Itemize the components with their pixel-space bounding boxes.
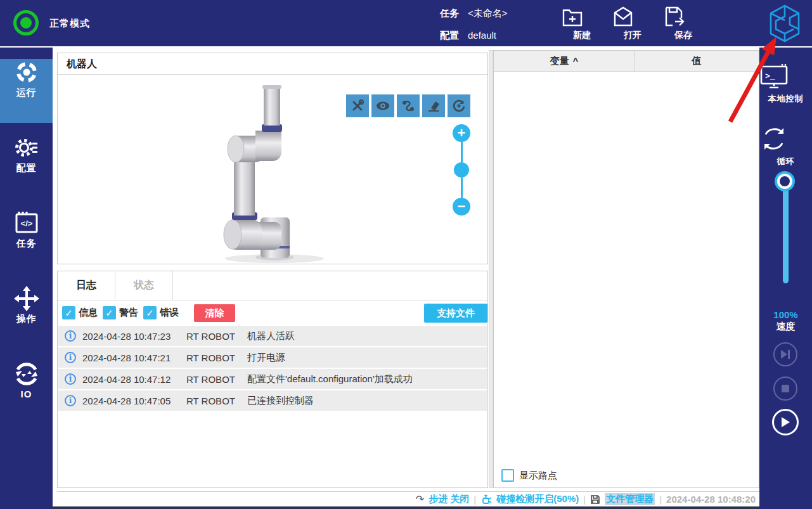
app-logo-icon[interactable] <box>767 4 802 43</box>
show-waypoints-checkbox[interactable] <box>501 469 514 482</box>
status-bar: ↷ 步进 关闭 | 碰撞检测开启(50%) | 文件管理器 | 2024-04-… <box>57 491 759 506</box>
info-glyph: i <box>69 332 72 340</box>
tools-icon[interactable] <box>346 94 369 117</box>
file-manager-link[interactable]: 文件管理器 <box>605 493 655 505</box>
variable-column-header[interactable]: 变量 ^ <box>494 51 635 71</box>
log-message: 机器人活跃 <box>247 330 295 342</box>
open-button-label: 打开 <box>610 30 655 41</box>
divider: | <box>659 494 662 505</box>
speed-slider-handle[interactable] <box>777 174 792 189</box>
top-bar: 正常模式 任务<未命名> 配置default 新建 打开 <box>0 0 812 46</box>
open-button[interactable]: 打开 <box>610 5 655 43</box>
log-row[interactable]: i 2024-04-28 10:47:23 RT ROBOT 机器人活跃 <box>58 326 487 346</box>
log-time: 2024-04-28 10:47:12 <box>82 374 171 385</box>
config-row: 配置default <box>440 30 496 42</box>
step-status[interactable]: 步进 关闭 <box>429 493 469 505</box>
open-envelope-icon <box>610 5 655 28</box>
save-button-label: 保存 <box>661 30 706 41</box>
new-file-icon <box>560 5 604 28</box>
speed-value: 100% <box>759 309 812 320</box>
error-filter-label: 错误 <box>160 307 179 319</box>
clear-log-button[interactable]: 清除 <box>194 304 235 322</box>
warning-filter-checkbox[interactable]: ✓ <box>103 306 116 319</box>
check-icon: ✓ <box>65 307 73 319</box>
status-timestamp: 2024-04-28 10:48:20 <box>666 494 756 505</box>
sidebar-item-operate[interactable]: 操作 <box>0 285 53 349</box>
local-control-button[interactable]: >_ 本地控制 <box>759 63 812 105</box>
bottom-strip <box>53 506 759 509</box>
robot-view-toolbar <box>346 94 470 117</box>
eraser-icon[interactable] <box>422 94 445 117</box>
info-icon: i <box>65 373 76 385</box>
zoom-out-glyph: − <box>458 200 466 214</box>
loop-label: 循环 <box>777 157 795 166</box>
path-icon[interactable] <box>397 94 420 117</box>
config-label: 配置 <box>440 30 459 41</box>
rotate-icon[interactable] <box>448 94 470 117</box>
task-value: <未命名> <box>468 8 508 18</box>
svg-text:</>: </> <box>20 219 32 228</box>
collision-icon <box>480 494 492 505</box>
log-time: 2024-04-28 10:47:21 <box>82 352 171 363</box>
save-button[interactable]: 保存 <box>661 5 706 43</box>
app-window: 正常模式 任务<未命名> 配置default 新建 打开 <box>0 0 812 509</box>
info-filter-checkbox[interactable]: ✓ <box>62 306 75 319</box>
warning-filter-label: 警告 <box>119 307 138 319</box>
show-waypoints-row: 显示路点 <box>501 469 557 482</box>
play-button[interactable] <box>772 409 799 435</box>
step-forward-button[interactable] <box>773 342 797 366</box>
mode-status-icon <box>13 10 39 35</box>
svg-text:>_: >_ <box>765 72 775 81</box>
error-filter-checkbox[interactable]: ✓ <box>143 306 157 319</box>
show-waypoints-label: 显示路点 <box>519 470 557 482</box>
zoom-track <box>461 177 463 198</box>
robot-panel: 机器人 <box>57 53 488 264</box>
info-glyph: i <box>69 375 72 383</box>
check-icon: ✓ <box>146 307 154 319</box>
info-glyph: i <box>69 353 72 362</box>
log-message: 已连接到控制器 <box>247 395 314 407</box>
save-disk-icon <box>661 5 706 28</box>
log-source: RT ROBOT <box>186 352 235 363</box>
collision-status[interactable]: 碰撞检测开启(50%) <box>496 493 579 505</box>
log-source: RT ROBOT <box>186 331 235 342</box>
local-control-label: 本地控制 <box>768 94 804 103</box>
terminal-icon: >_ <box>759 63 812 90</box>
log-filter-row: ✓ 信息 ✓ 警告 ✓ 错误 清除 支持文件 <box>58 300 487 325</box>
sidebar-item-label: 任务 <box>0 238 53 250</box>
tab-log[interactable]: 日志 <box>58 271 115 300</box>
info-filter: ✓ 信息 <box>62 306 98 319</box>
zoom-slider-handle[interactable] <box>454 162 469 177</box>
io-cycle-icon <box>13 361 40 387</box>
value-column-header[interactable]: 值 <box>635 51 759 71</box>
sidebar-item-io[interactable]: IO <box>0 361 53 425</box>
eye-icon[interactable] <box>371 94 394 117</box>
loop-icon <box>759 125 812 153</box>
sidebar-item-task[interactable]: </> 任务 <box>0 210 53 274</box>
run-target-icon <box>13 59 40 86</box>
variables-panel: 变量 ^ 值 显示路点 <box>493 50 759 488</box>
scrollbar[interactable] <box>489 50 493 488</box>
gear-icon <box>13 134 40 161</box>
log-row[interactable]: i 2024-04-28 10:47:12 RT ROBOT 配置文件'defa… <box>58 369 487 389</box>
support-files-button[interactable]: 支持文件 <box>424 304 487 323</box>
info-icon: i <box>65 352 76 363</box>
new-button[interactable]: 新建 <box>560 5 604 43</box>
info-icon: i <box>65 330 76 342</box>
right-sidebar: >_ 本地控制 循环 100% 速度 <box>759 48 812 509</box>
sidebar-item-run[interactable]: 运行 <box>0 59 53 123</box>
info-filter-label: 信息 <box>79 307 98 319</box>
divider: | <box>474 494 476 505</box>
log-row[interactable]: i 2024-04-28 10:47:21 RT ROBOT 打开电源 <box>58 347 487 368</box>
tab-status[interactable]: 状态 <box>115 271 173 300</box>
loop-button[interactable]: 循环 <box>759 125 812 167</box>
zoom-in-button[interactable]: + <box>453 124 470 142</box>
zoom-out-button[interactable]: − <box>453 198 470 216</box>
speed-slider-track[interactable] <box>783 183 789 283</box>
log-row[interactable]: i 2024-04-28 10:47:05 RT ROBOT 已连接到控制器 <box>58 390 487 411</box>
value-column-label: 值 <box>692 55 702 67</box>
sidebar-item-config[interactable]: 配置 <box>0 134 53 198</box>
stop-button[interactable] <box>773 377 797 401</box>
variable-column-label: 变量 <box>550 55 569 67</box>
zoom-in-glyph: + <box>458 126 466 140</box>
